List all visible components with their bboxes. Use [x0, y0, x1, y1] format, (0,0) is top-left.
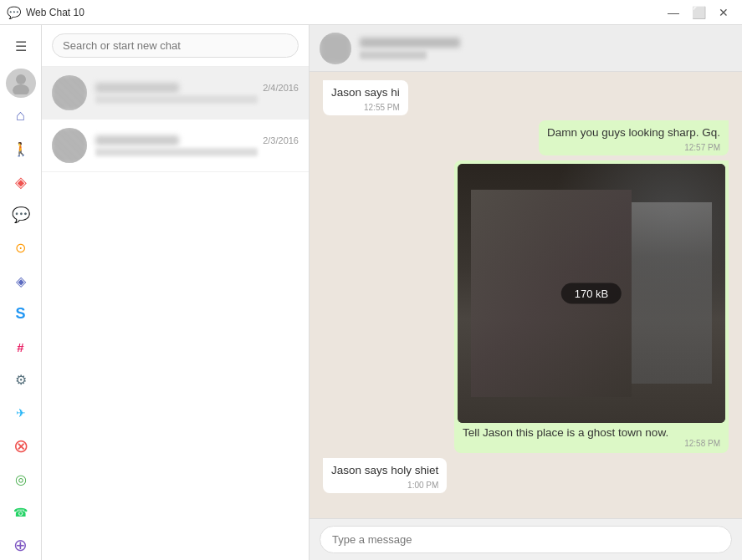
chat-info: 2/4/2016: [95, 83, 299, 104]
sidebar-item-person[interactable]: 🚶: [6, 135, 36, 165]
svg-point-0: [16, 74, 26, 84]
chat-header: [310, 25, 742, 72]
chat-preview: [95, 95, 258, 104]
chat-icon: 💬: [12, 206, 30, 224]
chat-avatar: [52, 75, 87, 110]
yoyo-icon: ⊗: [13, 435, 28, 457]
close-button[interactable]: ✕: [712, 4, 735, 21]
chat-preview: [95, 148, 258, 156]
app-title: Web Chat 10: [26, 7, 84, 18]
skype-icon: S: [15, 305, 25, 323]
hamburger-icon: ☰: [15, 38, 27, 54]
image-time: 12:58 PM: [463, 439, 720, 448]
message-bubble-incoming: Jason says holy shiet 1:00 PM: [323, 458, 447, 493]
chat-info: 2/3/2016: [95, 135, 299, 156]
sidebar-item-other[interactable]: ⊕: [6, 531, 36, 561]
sidebar-icons: ☰ ⌂ 🚶 ◈ 💬 ⊙ ◈ S # ⚙ ✈ ⊗ ◎ ☎ ⊕: [0, 25, 42, 560]
chat-header-info: [360, 38, 732, 59]
message-time: 12:57 PM: [547, 143, 720, 152]
avatar-person-icon: [9, 71, 33, 94]
slack-icon: #: [17, 340, 23, 354]
sidebar-item-whatsapp[interactable]: ☎: [6, 497, 36, 527]
chat-item[interactable]: 2/4/2016: [42, 67, 309, 120]
sidebar-item-wechat[interactable]: ◎: [6, 465, 36, 495]
app-icon: 💬: [7, 6, 21, 19]
whatsapp-icon: ☎: [13, 506, 28, 519]
sidebar-item-telegram[interactable]: ✈: [6, 399, 36, 429]
avatar-blurred: [52, 128, 87, 163]
amazon-icon: ⊙: [15, 240, 26, 256]
titlebar: 💬 Web Chat 10 — ⬜ ✕: [0, 0, 742, 25]
chat-header-avatar: [320, 33, 351, 64]
sidebar-item-chat[interactable]: 💬: [6, 201, 36, 231]
person-icon: 🚶: [13, 141, 29, 157]
sidebar-item-skype[interactable]: S: [6, 299, 36, 329]
message-text: Jason says hi: [331, 85, 400, 101]
message-input[interactable]: [320, 526, 732, 553]
message-row: Damn you guys looking sharp. Gq. 12:57 P…: [323, 120, 729, 155]
message-input-area: [310, 518, 742, 560]
user-avatar[interactable]: [6, 69, 36, 99]
message-text: Damn you guys looking sharp. Gq.: [547, 125, 720, 141]
avatar-blurred: [52, 75, 87, 110]
minimize-button[interactable]: —: [662, 4, 685, 21]
home-icon: ⌂: [16, 107, 25, 125]
chat-header-name: [360, 38, 460, 48]
messages-area: Jason says hi 12:55 PM Damn you guys loo…: [310, 72, 742, 518]
chat-list-panel: 2/4/2016 2/3/2016: [42, 25, 310, 560]
sidebar-item-messenger[interactable]: ◈: [6, 267, 36, 297]
search-bar: [42, 25, 309, 67]
main-container: ☰ ⌂ 🚶 ◈ 💬 ⊙ ◈ S # ⚙ ✈ ⊗ ◎ ☎ ⊕: [0, 25, 742, 560]
chat-date: 2/3/2016: [263, 135, 299, 145]
chat-header-status: [360, 51, 427, 59]
telegram-icon: ✈: [16, 406, 26, 420]
hamburger-menu[interactable]: ☰: [6, 32, 36, 62]
chat-name-row: 2/3/2016: [95, 135, 299, 145]
asterisk-icon: ◈: [15, 173, 27, 191]
maximize-button[interactable]: ⬜: [687, 4, 710, 21]
message-bubble-outgoing: Damn you guys looking sharp. Gq. 12:57 P…: [539, 120, 729, 155]
image-bubble: 170 kB Tell Jason this place is a ghost …: [454, 160, 729, 453]
chat-name: [95, 135, 179, 145]
sidebar-item-amazon[interactable]: ⊙: [6, 233, 36, 263]
message-time: 1:00 PM: [331, 481, 438, 490]
sidebar-item-asterisk[interactable]: ◈: [6, 167, 36, 197]
message-row: Jason says holy shiet 1:00 PM: [323, 458, 729, 493]
header-avatar-blurred: [320, 33, 351, 64]
photo-size-badge: 170 kB: [561, 283, 622, 303]
image-container: 170 kB: [458, 164, 725, 423]
image-caption-area: Tell Jason this place is a ghost town no…: [458, 423, 725, 450]
message-row: 170 kB Tell Jason this place is a ghost …: [323, 160, 729, 453]
chat-main: Jason says hi 12:55 PM Damn you guys loo…: [310, 25, 742, 560]
sidebar-item-slack[interactable]: #: [6, 333, 36, 363]
sidebar-item-home[interactable]: ⌂: [6, 101, 36, 131]
chat-avatar: [52, 128, 87, 163]
other-icon: ⊕: [13, 535, 28, 555]
message-time: 12:55 PM: [331, 103, 400, 112]
chat-name-row: 2/4/2016: [95, 83, 299, 93]
search-input[interactable]: [52, 33, 299, 58]
chat-date: 2/4/2016: [263, 83, 299, 93]
titlebar-left: 💬 Web Chat 10: [7, 6, 84, 19]
titlebar-controls: — ⬜ ✕: [662, 4, 735, 21]
steam-icon: ⚙: [15, 372, 27, 388]
svg-point-1: [13, 84, 29, 94]
messenger-icon: ◈: [16, 273, 26, 289]
chat-item[interactable]: 2/3/2016: [42, 120, 309, 172]
chat-name: [95, 83, 179, 93]
wechat-icon: ◎: [15, 471, 27, 487]
sidebar-item-yoyo[interactable]: ⊗: [6, 431, 36, 461]
message-text: Jason says holy shiet: [331, 463, 438, 479]
image-caption: Tell Jason this place is a ghost town no…: [463, 426, 720, 439]
message-bubble-incoming: Jason says hi 12:55 PM: [323, 80, 408, 115]
message-row: Jason says hi 12:55 PM: [323, 80, 729, 115]
sidebar-item-steam[interactable]: ⚙: [6, 365, 36, 395]
